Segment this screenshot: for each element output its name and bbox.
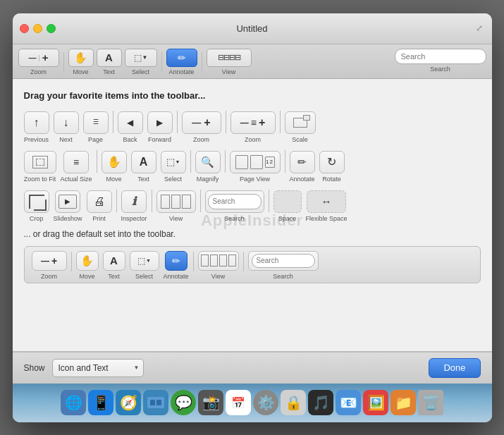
default-select-cell: ⬚▼ Select — [130, 251, 159, 280]
drag-hint: Drag your favorite items into the toolba… — [24, 90, 481, 101]
magnify-btn[interactable]: 🔍 — [195, 151, 221, 173]
rotate-btn[interactable]: ↻ — [319, 151, 345, 173]
dock-icon-music[interactable]: 🎵 — [308, 390, 333, 415]
minimize-button[interactable] — [33, 24, 42, 33]
next-btn[interactable]: ↓ — [54, 111, 79, 134]
toolbar-text-group: A Text — [97, 49, 122, 75]
item-pageview: 12 Page View — [230, 151, 281, 183]
toolbar-annotate-btn[interactable]: ✏ — [166, 49, 197, 67]
view2-btn[interactable] — [156, 190, 196, 213]
content-area: Drag your favorite items into the toolba… — [13, 79, 492, 384]
print-btn[interactable]: 🖨 — [87, 190, 112, 213]
move2-btn[interactable]: ✋ — [102, 151, 127, 173]
row1-sep1 — [113, 111, 113, 133]
forward-btn[interactable]: ▶ — [147, 111, 173, 134]
toolbar-search-input[interactable] — [395, 49, 486, 64]
crop-label: Crop — [30, 215, 44, 222]
next-label: Next — [59, 136, 73, 143]
crop-btn[interactable] — [24, 190, 49, 213]
done-button[interactable]: Done — [429, 358, 480, 378]
page-btn[interactable]: ☰ — [83, 111, 109, 134]
default-move-btn[interactable]: ✋ — [76, 251, 99, 271]
default-text-btn[interactable]: A — [103, 251, 125, 271]
zoomfit-label: Zoom to Fit — [24, 176, 56, 183]
default-text-cell: A Text — [103, 251, 125, 280]
customize-sheet: Drag your favorite items into the toolba… — [13, 79, 492, 352]
dock-icon-finder[interactable]: 🌐 — [61, 390, 86, 415]
default-search-input[interactable] — [252, 254, 315, 268]
dock-icon-calendar[interactable]: 📅 — [226, 390, 251, 415]
zoomfit-btn[interactable] — [24, 151, 56, 173]
slideshow-btn[interactable]: ▶ — [55, 190, 80, 213]
toolbar-move-btn[interactable]: ✋ — [68, 49, 94, 67]
zoom2-label: Zoom — [245, 136, 261, 143]
flexspace-label: Flexible Space — [306, 215, 348, 222]
space-btn[interactable] — [273, 190, 302, 213]
dock-icon-camera[interactable]: 📸 — [198, 390, 223, 415]
page-label: Page — [88, 136, 103, 143]
toolbar-view-group: ⊟⊟⊟⊟ View — [207, 49, 252, 75]
back-btn[interactable]: ◀ — [118, 111, 143, 134]
row3-sep2 — [152, 190, 152, 212]
pageview-label: Page View — [240, 176, 270, 183]
close-button[interactable] — [20, 24, 29, 33]
rotate-label: Rotate — [322, 176, 341, 183]
default-select-btn[interactable]: ⬚▼ — [130, 251, 159, 271]
default-zoom-btn[interactable]: —+ — [32, 251, 67, 271]
dock-icon-files[interactable]: 📁 — [391, 390, 416, 415]
items-row-3: Crop ▶ Slideshow 🖨 Print — [24, 190, 481, 222]
main-window: Untitled ⤢ — | + Zoom ✋ Move A Text ⬚▼ — [13, 13, 492, 422]
back-label: Back — [123, 136, 137, 143]
row1-sep3 — [226, 111, 226, 133]
zoom2-btn[interactable]: —≡+ — [231, 111, 276, 134]
dock-icon-appstore[interactable]: 📱 — [88, 390, 113, 415]
flexspace-btn[interactable]: ↔ — [307, 190, 346, 213]
search2-btn[interactable] — [205, 190, 264, 213]
annotate2-btn[interactable]: ✏ — [290, 151, 315, 173]
show-select-wrapper: Icon and Text Icon Only Text Only — [52, 359, 144, 377]
toolbar-zoom-group: — | + Zoom — [18, 49, 59, 75]
search2-label: Search — [224, 215, 245, 222]
toolbar-zoom-btn[interactable]: — | + — [18, 49, 59, 67]
item-zoomfit: Zoom to Fit — [24, 151, 56, 183]
dock-icon-safari[interactable]: 🧭 — [116, 390, 141, 415]
previous-btn[interactable]: ↑ — [24, 111, 49, 134]
traffic-lights — [20, 24, 56, 33]
actualsize-btn[interactable]: ≡ — [63, 151, 89, 173]
toolbar-text-label: Text — [103, 68, 115, 75]
text2-btn[interactable]: A — [131, 151, 156, 173]
dock-icon-photos[interactable]: 🖼️ — [363, 390, 388, 415]
scale-btn[interactable] — [285, 111, 316, 134]
bottom-bar: Show Icon and Text Icon Only Text Only D… — [13, 352, 492, 384]
show-select[interactable]: Icon and Text Icon Only Text Only — [52, 359, 144, 377]
toolbar-select-group: ⬚▼ Select — [125, 49, 157, 75]
zoom1-label: Zoom — [193, 136, 209, 143]
print-label: Print — [92, 215, 106, 222]
dock-icon-lock[interactable]: 🔒 — [281, 390, 306, 415]
dock-icon-settings[interactable]: ⚙️ — [253, 390, 278, 415]
select2-btn[interactable]: ⬚▼ — [161, 151, 186, 173]
dock-icon-chat[interactable]: 💬 — [171, 390, 196, 415]
default-view-btn[interactable] — [198, 251, 239, 271]
item-inspector: ℹ Inspector — [121, 190, 147, 222]
dock: 🌐 📱 🧭 💬 📸 📅 ⚙️ 🔒 🎵 📧 🖼️ 📁 🗑️ — [13, 384, 492, 422]
move2-label: Move — [106, 176, 122, 183]
toolbar-select-btn[interactable]: ⬚▼ — [125, 49, 157, 67]
inspector-btn[interactable]: ℹ — [121, 190, 147, 213]
dock-icon-mail[interactable]: 📧 — [336, 390, 361, 415]
default-search-display[interactable] — [248, 251, 319, 271]
item-magnify: 🔍 Magnify — [195, 151, 221, 183]
forward-label: Forward — [148, 136, 171, 143]
pageview-btn[interactable]: 12 — [230, 151, 281, 173]
toolbar-view-btn[interactable]: ⊟⊟⊟⊟ — [207, 49, 252, 67]
search-inner-input[interactable] — [208, 194, 262, 209]
default-annotate-btn[interactable]: ✏ — [165, 251, 188, 271]
zoom1-btn[interactable]: —+ — [182, 111, 221, 134]
dock-icon-finder2[interactable] — [143, 390, 168, 415]
main-toolbar: — | + Zoom ✋ Move A Text ⬚▼ Select ✏ — [13, 44, 492, 79]
dock-icon-trash[interactable]: 🗑️ — [418, 390, 443, 415]
fullscreen-button[interactable]: ⤢ — [474, 23, 485, 34]
maximize-button[interactable] — [47, 24, 56, 33]
item-search2: Search — [205, 190, 264, 222]
toolbar-text-btn[interactable]: A — [97, 49, 122, 67]
